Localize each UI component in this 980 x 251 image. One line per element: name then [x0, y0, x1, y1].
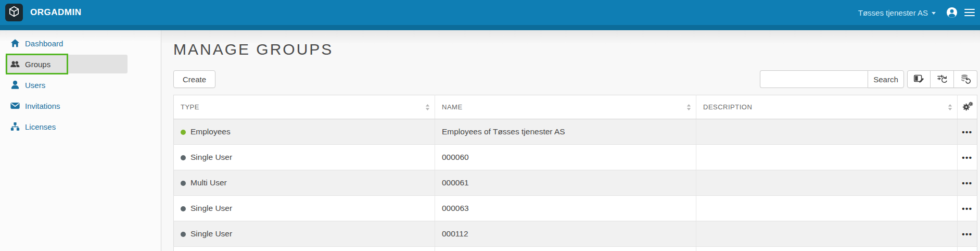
- home-icon: [10, 39, 20, 48]
- sidebar-slot: Licenses: [0, 116, 161, 137]
- edit-columns-button[interactable]: [907, 70, 931, 88]
- type-label: Single User: [190, 153, 232, 161]
- main-content: MANAGE GROUPS Create Search TYPENAMEDESC…: [161, 30, 980, 251]
- table-header: TYPENAMEDESCRIPTION: [174, 95, 977, 119]
- cell-name: 000112: [435, 221, 696, 247]
- cell-description: [696, 221, 958, 247]
- cell-name: Employees of Tøsses tjenester AS: [435, 119, 696, 145]
- sidebar-item-users[interactable]: Users: [0, 74, 161, 95]
- edit-columns-icon: [913, 73, 924, 85]
- cell-actions: •••: [958, 196, 977, 221]
- column-header-description[interactable]: DESCRIPTION: [696, 95, 958, 119]
- sort-icon: [425, 104, 430, 110]
- column-header-name[interactable]: NAME: [435, 95, 696, 119]
- sidebar-item-label: Users: [25, 81, 45, 90]
- gears-icon: [962, 101, 973, 111]
- groups-table: TYPENAMEDESCRIPTION EmployeesEmployees o…: [173, 95, 977, 251]
- cell-description: [696, 170, 958, 196]
- row-actions-button[interactable]: •••: [960, 227, 974, 241]
- cell-description: [696, 196, 958, 221]
- table-row[interactable]: Single User000060•••: [174, 145, 977, 170]
- column-header-type[interactable]: TYPE: [174, 95, 435, 119]
- sitemap-icon: [10, 122, 20, 131]
- ellipsis-icon: •••: [962, 179, 972, 187]
- empty-cell: [174, 247, 435, 251]
- sidebar-item-label: Groups: [25, 60, 50, 69]
- status-dot-icon: [181, 155, 186, 160]
- sidebar-item-licenses[interactable]: Licenses: [0, 116, 161, 137]
- sidebar-item-groups[interactable]: Groups: [5, 55, 128, 73]
- sidebar-slot: Dashboard: [0, 33, 161, 54]
- type-label: Single User: [190, 204, 232, 212]
- page-title: MANAGE GROUPS: [173, 42, 977, 57]
- topbar: ORGADMIN Tøsses tjenester AS: [0, 0, 980, 30]
- sidebar-slot: Groups: [0, 54, 161, 74]
- column-header-label: TYPE: [181, 103, 199, 111]
- status-dot-icon: [181, 206, 186, 211]
- column-header-label: DESCRIPTION: [703, 103, 752, 111]
- cell-description: [696, 145, 958, 170]
- chevron-down-icon: [932, 12, 936, 15]
- sidebar-slot: Invitations: [0, 95, 161, 116]
- type-label: Multi User: [190, 178, 227, 187]
- account-menu-button[interactable]: [946, 7, 958, 18]
- app-title: ORGADMIN: [30, 7, 81, 18]
- status-dot-icon: [181, 130, 186, 135]
- ellipsis-icon: •••: [962, 230, 972, 239]
- sidebar-item-label: Dashboard: [25, 39, 63, 48]
- ellipsis-icon: •••: [962, 204, 972, 213]
- empty-cell: [696, 247, 958, 251]
- sidebar-nav: DashboardGroupsUsersInvitationsLicenses: [0, 30, 161, 251]
- org-switcher-label: Tøsses tjenester AS: [858, 8, 928, 17]
- cell-type: Employees: [174, 119, 435, 145]
- table-row[interactable]: Multi User000061•••: [174, 170, 977, 196]
- cell-type: Single User: [174, 145, 435, 170]
- org-switcher[interactable]: Tøsses tjenester AS: [858, 8, 936, 17]
- column-settings-header[interactable]: [958, 95, 977, 119]
- search-group: Search: [760, 70, 904, 88]
- cell-actions: •••: [958, 145, 977, 170]
- cell-name: 000060: [435, 145, 696, 170]
- envelope-icon: [10, 101, 20, 110]
- type-label: Single User: [190, 229, 232, 238]
- table-row-partial: [174, 247, 977, 251]
- cell-actions: •••: [958, 119, 977, 145]
- ellipsis-icon: •••: [962, 128, 972, 136]
- row-actions-button[interactable]: •••: [960, 150, 974, 165]
- reset-filters-button[interactable]: [931, 70, 954, 88]
- sort-icon: [686, 104, 691, 110]
- cell-type: Multi User: [174, 170, 435, 196]
- row-actions-button[interactable]: •••: [960, 125, 974, 139]
- cell-type: Single User: [174, 196, 435, 221]
- empty-cell: [435, 247, 696, 251]
- app-logo[interactable]: [5, 4, 23, 21]
- cell-actions: •••: [958, 170, 977, 196]
- empty-cell: [958, 247, 977, 251]
- search-button[interactable]: Search: [868, 70, 904, 88]
- cell-description: [696, 119, 958, 145]
- sidebar-item-dashboard[interactable]: Dashboard: [0, 33, 161, 54]
- status-dot-icon: [181, 181, 186, 186]
- status-dot-icon: [181, 232, 186, 237]
- cell-actions: •••: [958, 221, 977, 247]
- table-tools-group: [907, 70, 977, 88]
- refresh-data-button[interactable]: [954, 70, 977, 88]
- sidebar-item-invitations[interactable]: Invitations: [0, 95, 161, 116]
- toolbar: Create Search: [173, 70, 977, 88]
- users-icon: [10, 59, 20, 69]
- sidebar-slot: Users: [0, 74, 161, 95]
- column-header-label: NAME: [442, 103, 463, 111]
- create-button[interactable]: Create: [173, 70, 215, 88]
- ellipsis-icon: •••: [962, 153, 972, 162]
- cell-name: 000061: [435, 170, 696, 196]
- table-row[interactable]: Single User000112•••: [174, 221, 977, 247]
- hamburger-icon[interactable]: [964, 7, 975, 18]
- sidebar-item-label: Invitations: [25, 102, 60, 110]
- table-row[interactable]: Single User000063•••: [174, 196, 977, 221]
- row-actions-button[interactable]: •••: [960, 202, 974, 216]
- row-actions-button[interactable]: •••: [960, 176, 974, 190]
- table-row[interactable]: EmployeesEmployees of Tøsses tjenester A…: [174, 119, 977, 145]
- reset-filters-icon: [937, 73, 948, 85]
- refresh-data-icon: [960, 73, 971, 85]
- search-input[interactable]: [760, 70, 868, 88]
